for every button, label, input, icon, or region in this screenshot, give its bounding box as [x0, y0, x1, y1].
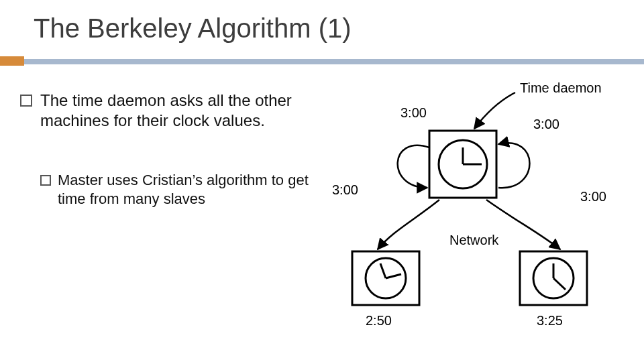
arrow-self-right: [498, 143, 530, 188]
bullet-square-icon: [20, 95, 32, 107]
slave-left-clock: [352, 251, 419, 305]
slave-right-clock: [520, 251, 587, 305]
bullet-level1: The time daemon asks all the other machi…: [20, 90, 309, 131]
rule-accent: [0, 56, 24, 66]
label-master-right: 3:00: [533, 117, 559, 131]
bullet-text: Master uses Cristian’s algorithm to get …: [58, 171, 309, 208]
arrow-self-left: [398, 145, 429, 188]
label-self-right: 3:00: [580, 189, 606, 204]
slide-title: The Berkeley Algorithm (1): [34, 13, 352, 44]
bullet-square-icon: [40, 175, 51, 186]
master-clock: [429, 131, 496, 198]
label-time-daemon: Time daemon: [520, 80, 602, 95]
label-slave-left: 2:50: [366, 313, 392, 328]
label-slave-right: 3:25: [537, 313, 563, 328]
pointer-time-daemon: [474, 93, 515, 129]
rule-main: [24, 59, 644, 64]
berkeley-diagram: Time daemon 3:00 3:00 3:00 3:00 Network …: [325, 80, 621, 335]
bullet-text: The time daemon asks all the other machi…: [40, 90, 309, 131]
label-network: Network: [449, 233, 499, 247]
body-text: The time daemon asks all the other machi…: [20, 90, 309, 208]
bullet-level2: Master uses Cristian’s algorithm to get …: [40, 171, 309, 208]
slide: The Berkeley Algorithm (1) The time daem…: [0, 0, 644, 362]
label-master-left: 3:00: [400, 105, 427, 120]
label-self-left: 3:00: [332, 182, 358, 197]
arrow-to-left-slave: [378, 200, 439, 249]
